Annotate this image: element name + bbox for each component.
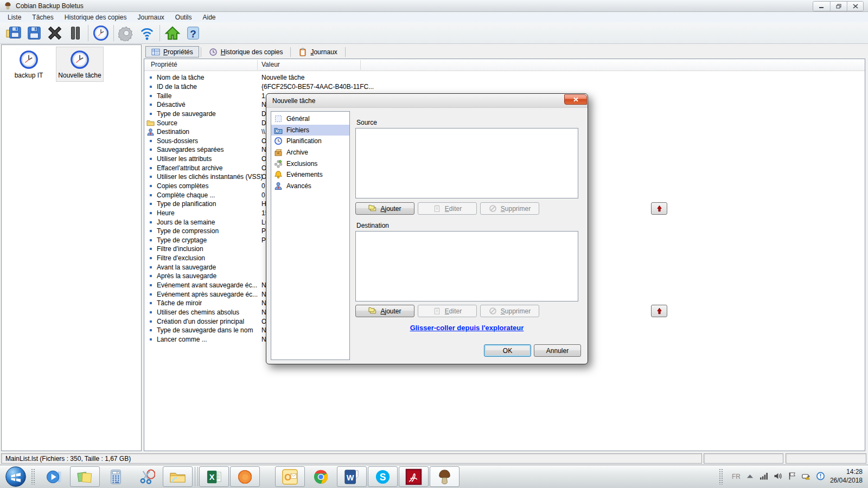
- clock-date: 26/04/2018: [830, 477, 863, 485]
- snipping-icon: [138, 468, 155, 485]
- property-label: Evénement après sauvegarde éc...: [157, 291, 258, 298]
- property-label: Type de sauvegarde: [157, 110, 216, 118]
- row-lead: [144, 212, 157, 214]
- dialog-nav-3[interactable]: Archive: [271, 147, 349, 158]
- source-ajouter-button[interactable]: Ajouter: [355, 202, 414, 215]
- tray-drag-handle[interactable]: [719, 468, 723, 485]
- row-lead: [144, 167, 157, 169]
- source-move-up-button[interactable]: [651, 202, 667, 215]
- tray-chevron-up-icon[interactable]: [745, 472, 755, 482]
- taskbar-app-acrobat[interactable]: [399, 466, 429, 487]
- ok-button[interactable]: OK: [484, 344, 531, 357]
- pause-button[interactable]: [65, 23, 86, 43]
- tab-0[interactable]: Propriétés: [145, 46, 199, 57]
- wifi-icon: [139, 25, 155, 41]
- menu-item-2[interactable]: Historique des copies: [59, 13, 132, 22]
- restore-button[interactable]: [830, 2, 846, 11]
- toolbar-separator: [113, 25, 114, 41]
- drag-drop-link[interactable]: Glisser-coller depuis l'explorateur: [355, 324, 578, 332]
- tray-volume-icon[interactable]: [774, 472, 783, 482]
- language-indicator[interactable]: FR: [732, 473, 741, 480]
- menu-item-4[interactable]: Outils: [170, 13, 197, 22]
- menu-item-3[interactable]: Journaux: [132, 13, 169, 22]
- tab-separator: [290, 47, 291, 57]
- property-label: Effacerl'attribut archive: [157, 164, 222, 172]
- dialog-nav-4[interactable]: Exclusions: [271, 158, 349, 169]
- taskbar-app-chrome[interactable]: [306, 466, 336, 487]
- floppy-icon: [26, 25, 42, 41]
- column-header-value[interactable]: Valeur: [261, 61, 280, 68]
- menu-item-1[interactable]: Tâches: [27, 13, 59, 22]
- taskbar-clock[interactable]: 14:28 26/04/2018: [830, 468, 863, 485]
- column-divider[interactable]: [360, 60, 361, 70]
- taskbar-app-word[interactable]: W: [337, 466, 367, 487]
- destination-listbox[interactable]: [355, 231, 578, 301]
- explorer-icon: [169, 468, 186, 485]
- dialog-nav-0[interactable]: Général: [271, 113, 349, 125]
- close-button[interactable]: [847, 2, 863, 11]
- bullet-icon: [150, 185, 152, 187]
- start-button[interactable]: [4, 465, 27, 488]
- tab-1[interactable]: Historique des copies: [203, 46, 289, 57]
- delete-task-button[interactable]: [44, 23, 65, 43]
- tray-flag-icon[interactable]: [788, 472, 797, 482]
- task-item-1[interactable]: Nouvelle tâche: [56, 47, 104, 82]
- property-label: Evénement avant sauvegarde éc...: [157, 281, 257, 289]
- taskbar-app-media-player[interactable]: [39, 466, 69, 487]
- source-listbox[interactable]: [355, 128, 578, 198]
- tray-action-center-icon[interactable]: [816, 472, 825, 482]
- bullet-icon: [150, 76, 152, 79]
- menu-item-0[interactable]: Liste: [2, 13, 27, 22]
- row-lead: [144, 140, 157, 142]
- tray-battery-icon[interactable]: [802, 472, 811, 482]
- taskbar-app-skype[interactable]: S: [368, 466, 398, 487]
- taskbar-app-excel[interactable]: X: [199, 466, 229, 487]
- row-lead: [144, 302, 157, 304]
- taskbar-apps: 0XOWS: [39, 466, 461, 487]
- task-list-panel[interactable]: backup ITNouvelle tâche: [1, 44, 142, 451]
- dialog-nav-1[interactable]: Fichiers: [271, 125, 349, 136]
- dialog-nav-list: GénéralFichiersPlanificationArchiveExclu…: [271, 111, 350, 360]
- save-button[interactable]: [24, 23, 44, 43]
- menu-item-5[interactable]: Aide: [197, 13, 221, 22]
- taskbar-app-snipping-tool[interactable]: [132, 466, 162, 487]
- column-divider[interactable]: [257, 60, 258, 70]
- bullet-icon: [150, 275, 152, 277]
- property-label: Type de compression: [157, 227, 219, 235]
- destination-move-up-button[interactable]: [651, 305, 667, 317]
- dialog-nav-5[interactable]: Evénements: [271, 169, 349, 181]
- schedule-button[interactable]: [91, 23, 111, 43]
- taskbar-app-firefox[interactable]: [230, 466, 260, 487]
- dialog-nav-2[interactable]: Planification: [271, 136, 349, 147]
- destination-buttons-row: AjouterEditerSupprimer: [355, 305, 594, 317]
- destination-ajouter-button[interactable]: Ajouter: [355, 305, 414, 317]
- taskbar-app-sticky-notes[interactable]: [70, 466, 100, 487]
- taskbar-app-calculator[interactable]: 0: [101, 466, 131, 487]
- save-list-button[interactable]: [3, 23, 24, 43]
- user-icon: [146, 128, 155, 136]
- statusbar: MainList.lst (Fichiers : 350, Taille : 1…: [0, 453, 868, 465]
- tray-signal-icon[interactable]: [760, 472, 769, 482]
- options-button[interactable]: [116, 23, 137, 43]
- tab-2[interactable]: Journaux: [292, 46, 343, 57]
- taskbar-app-outlook[interactable]: O: [275, 466, 305, 487]
- taskbar-separator: [197, 467, 198, 486]
- btn-noentry-icon: [489, 204, 497, 213]
- minimize-button[interactable]: [813, 2, 829, 11]
- taskbar-app-explorer[interactable]: [163, 466, 193, 487]
- bullet-icon: [150, 221, 152, 223]
- cancel-button[interactable]: Annuler: [534, 344, 581, 357]
- property-row[interactable]: Nom de la tâcheNouvelle tâche: [144, 73, 865, 82]
- home-button[interactable]: [162, 23, 183, 43]
- help-button[interactable]: ?: [183, 23, 203, 43]
- dialog-nav-6[interactable]: Avancés: [271, 181, 349, 192]
- bullet-icon: [150, 176, 152, 178]
- dialog-close-button[interactable]: [564, 94, 587, 105]
- remote-button[interactable]: [137, 23, 157, 43]
- taskbar-app-cobian-backup[interactable]: [430, 466, 459, 487]
- task-item-0[interactable]: backup IT: [5, 47, 53, 82]
- column-header-property[interactable]: Propriété: [151, 61, 177, 68]
- taskbar-drag-handle[interactable]: [31, 468, 35, 485]
- property-label: Taille: [157, 92, 171, 100]
- property-row[interactable]: ID de la tâche{6FCF25C0-BE57-4AAC-B40B-1…: [144, 82, 865, 92]
